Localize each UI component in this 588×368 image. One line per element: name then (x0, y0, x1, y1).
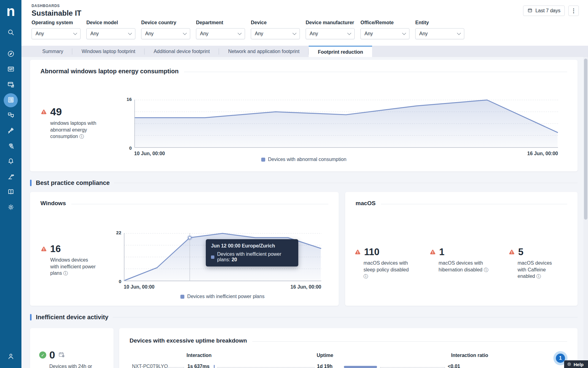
section-best-practice: Best practice compliance (30, 179, 578, 186)
x-axis-end-label: 16 Jun, 00:00 (291, 284, 322, 290)
monitor-pulse-icon (7, 65, 15, 74)
tab-windows-laptop-footprint[interactable]: Windows laptop footprint (72, 46, 144, 57)
filter-label: Department (196, 20, 245, 25)
filter-value: Any (419, 31, 428, 36)
stat-value: 5 (518, 247, 523, 258)
chevron-down-icon (457, 31, 461, 35)
filter-select-operating-system[interactable]: Any (32, 28, 81, 39)
filter-select-department[interactable]: Any (196, 28, 245, 39)
filter-select-entity[interactable]: Any (415, 28, 464, 39)
tab-footprint-reduction[interactable]: Footprint reduction (309, 46, 372, 57)
sidebar-item-dashboards[interactable] (4, 93, 18, 107)
help-button[interactable]: Help (564, 360, 588, 368)
info-icon[interactable]: ⓘ (536, 274, 541, 279)
sidebar-item-monitoring[interactable] (4, 63, 18, 77)
interaction-ratio-value: <0.01 (448, 364, 460, 368)
uptime-breakdown-card: Devices with excessive uptime breakdown … (119, 328, 578, 368)
card-title: macOS (356, 200, 375, 207)
sidebar-item-getting-started[interactable] (4, 124, 18, 138)
rocket-icon (7, 127, 15, 136)
uptime-table: Interaction Uptime Interaction ratio NXT… (119, 353, 578, 368)
filter-entity: Entity Any (415, 20, 464, 39)
sidebar-item-compass[interactable] (4, 47, 18, 61)
macos-hibernation-stat: 1 macOS devices with hibernation disable… (429, 247, 508, 280)
interaction-value: 1s 637ms (187, 364, 209, 368)
section-accent-bar (30, 180, 32, 186)
interaction-bar (214, 365, 215, 368)
nexthink-logo[interactable]: n (6, 0, 15, 22)
info-icon[interactable]: ⓘ (79, 134, 84, 139)
warning-icon (40, 109, 47, 115)
sidebar-item-engage[interactable] (4, 109, 18, 123)
sidebar-item-search[interactable] (4, 26, 18, 40)
abnormal-consumption-chart[interactable] (134, 99, 558, 148)
filter-value: Any (90, 31, 99, 36)
filter-department: Department Any (196, 20, 245, 39)
stat-caption: macOS devices with Caffeine enabled (518, 260, 552, 279)
gear-icon (7, 203, 15, 212)
uptime-count-card: ✓ 0 Devices with 24h or more uptime ⓘ (30, 328, 114, 368)
filter-value: Any (364, 31, 373, 36)
book-icon (7, 188, 15, 197)
bell-icon (7, 157, 15, 166)
macos-sleep-policy-stat: 110 macOS devices with sleep policy disa… (354, 247, 429, 280)
sidebar-item-remote-actions[interactable] (4, 78, 18, 92)
tab-additional-device-footprint[interactable]: Additional device footprint (145, 46, 219, 57)
info-icon[interactable]: ⓘ (484, 267, 488, 272)
device-name[interactable]: NXT-PC0T9LYQ (132, 364, 168, 368)
sidebar-item-profile[interactable] (4, 350, 18, 364)
compass-icon (7, 50, 15, 59)
info-icon[interactable]: ⓘ (364, 274, 368, 279)
y-axis-min-label: 0 (123, 145, 132, 151)
legend-swatch (261, 158, 265, 162)
filter-select-device-model[interactable]: Any (86, 28, 135, 39)
sidebar-item-investigations[interactable] (4, 139, 18, 153)
sidebar-item-automation[interactable] (4, 170, 18, 184)
filter-select-device[interactable]: Any (251, 28, 300, 39)
tab-network-application-footprint[interactable]: Network and application footprint (219, 46, 309, 57)
chevron-down-icon (73, 31, 77, 35)
stat-value: 16 (50, 243, 61, 255)
filter-select-device-manufacturer[interactable]: Any (306, 28, 355, 39)
filter-label: Device (251, 20, 300, 25)
chart-tooltip: Jun 12 00:00 Europe/Zurich Devices with … (206, 239, 298, 266)
stat-value: 0 (49, 349, 55, 361)
filter-value: Any (310, 31, 318, 36)
tab-summary[interactable]: Summary (33, 46, 72, 57)
windows-compliance-card: Windows 16 Windows devices with ineffici… (30, 192, 339, 306)
filter-select-office-remote[interactable]: Any (360, 28, 409, 39)
search-icon (7, 29, 15, 37)
window-ruler-icon (7, 81, 15, 90)
help-notification-badge[interactable]: 1 (556, 354, 565, 363)
uptime-bar (344, 366, 377, 368)
chevron-down-icon (183, 31, 187, 35)
filter-label: Device country (141, 20, 190, 25)
scrollbar-thumb[interactable] (584, 59, 587, 220)
tab-bar: Summary Windows laptop footprint Additio… (21, 46, 588, 57)
time-range-button[interactable]: Last 7 days (523, 6, 565, 16)
chart-legend: Devices with inefficient power plans (124, 294, 321, 299)
legend-label: Devices with abnormal consumption (268, 157, 346, 162)
chevron-down-icon (402, 31, 406, 35)
filter-label: Office/Remote (360, 20, 409, 25)
info-icon[interactable]: ⓘ (63, 270, 68, 276)
filter-select-device-country[interactable]: Any (141, 28, 190, 39)
sidebar: n (0, 0, 21, 368)
filter-device-model: Device model Any (86, 20, 135, 39)
person-icon (7, 352, 15, 361)
filter-bar: Operating system Any Device model Any De… (21, 17, 588, 39)
chevron-down-icon (292, 31, 296, 35)
more-menu-button[interactable]: ⋮ (568, 6, 579, 16)
windows-stat: 16 Windows devices with inefficient powe… (40, 243, 97, 277)
filter-operating-system: Operating system Any (32, 20, 81, 39)
legend-swatch (180, 295, 184, 299)
tooltip-swatch (211, 255, 214, 259)
sidebar-item-settings[interactable] (4, 201, 18, 215)
sidebar-item-library[interactable] (4, 185, 18, 199)
stat-caption: windows laptops with abnormal energy con… (50, 121, 96, 139)
scrollbar-track[interactable] (583, 57, 588, 368)
filter-label: Operating system (32, 20, 81, 25)
sidebar-item-alerts[interactable] (4, 155, 18, 169)
filter-label: Entity (415, 20, 464, 25)
stat-value: 49 (50, 106, 62, 118)
